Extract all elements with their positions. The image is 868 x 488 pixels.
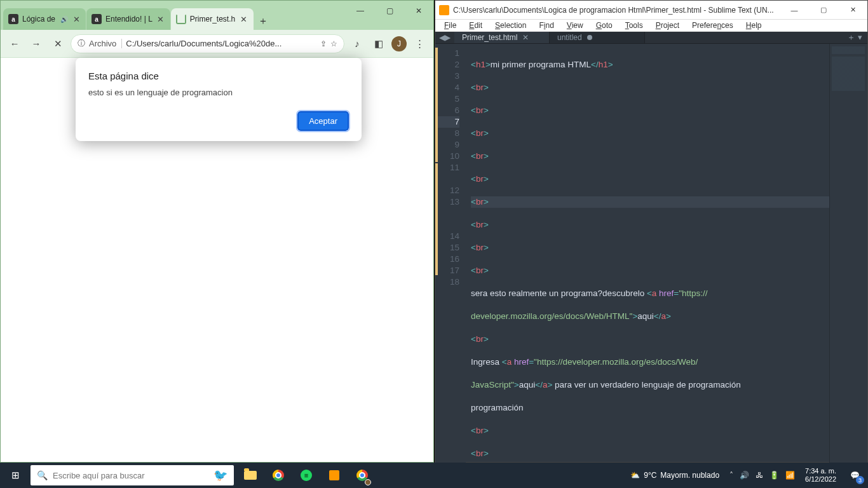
- profile-avatar[interactable]: J: [391, 36, 407, 51]
- tab-history-buttons[interactable]: ◀▶: [435, 32, 454, 43]
- chrome-tab-3[interactable]: Primer_test.h ✕: [171, 8, 254, 30]
- accept-button[interactable]: Aceptar: [297, 111, 349, 131]
- minimize-button[interactable]: —: [346, 1, 375, 21]
- windows-taskbar: ⊞ 🔍 🐦 ≡ ⛅ 9°C Mayorm. nublado ˄ 🔊 🖧 🔋 📶 …: [0, 463, 868, 488]
- taskbar-weather[interactable]: ⛅ 9°C Mayorm. nublado: [630, 471, 719, 480]
- url-scheme: Archivo: [89, 39, 122, 48]
- weather-temp: 9°C: [644, 471, 656, 480]
- tab-label: Primer_test.html: [462, 33, 517, 42]
- tab-title: Primer_test.h: [190, 15, 236, 24]
- start-button[interactable]: ⊞: [0, 463, 31, 488]
- editor-tab-primer[interactable]: Primer_test.html ✕: [454, 32, 550, 43]
- code-text: para ver un verdadero lenguaje de progra…: [552, 380, 740, 390]
- code-text: aqui: [519, 380, 536, 390]
- forward-button[interactable]: →: [27, 35, 45, 53]
- search-icon: 🔍: [37, 470, 48, 480]
- code-text: Ingresa: [471, 357, 502, 367]
- menu-view[interactable]: View: [562, 20, 588, 31]
- close-icon[interactable]: ✕: [522, 33, 529, 42]
- tab-label: untitled: [557, 33, 582, 42]
- spotify-icon: ≡: [301, 470, 312, 481]
- task-chrome-profile[interactable]: [348, 463, 376, 488]
- close-icon[interactable]: ✕: [240, 15, 248, 24]
- task-chrome[interactable]: [264, 463, 292, 488]
- chrome-icon: [273, 470, 284, 481]
- chrome-viewport: Esta página dice esto si es un lenguaje …: [1, 58, 433, 462]
- unsaved-dot-icon: [587, 35, 592, 40]
- share-icon[interactable]: ⇪: [320, 39, 327, 48]
- close-icon[interactable]: ✕: [72, 15, 81, 24]
- maximize-button[interactable]: ▢: [809, 1, 838, 20]
- system-tray: ˄ 🔊 🖧 🔋 📶: [724, 471, 800, 480]
- menu-file[interactable]: File: [439, 20, 461, 31]
- tab-overflow-button[interactable]: ＋ ▾: [842, 32, 867, 43]
- minimap-preview: [832, 46, 865, 91]
- menu-tools[interactable]: Tools: [620, 20, 648, 31]
- favicon-icon: a: [8, 14, 18, 24]
- weather-text: Mayorm. nublado: [660, 471, 719, 480]
- site-info-icon[interactable]: ⓘ: [78, 38, 85, 49]
- sublime-titlebar[interactable]: C:\Users\carlu\Documents\Logica de progr…: [435, 1, 867, 20]
- weather-icon: ⛅: [630, 471, 640, 480]
- code-text: aqui: [637, 311, 654, 321]
- minimize-button[interactable]: —: [780, 1, 809, 20]
- close-button[interactable]: ✕: [838, 1, 867, 20]
- sublime-editor[interactable]: 123456 7891011 1213 1415161718 <h1>mi pr…: [435, 44, 867, 488]
- tab-title: Entendido! | L: [105, 15, 153, 24]
- chrome-menu-icon[interactable]: ⋮: [410, 35, 428, 53]
- editor-tab-untitled[interactable]: untitled: [550, 32, 645, 43]
- taskbar-clock[interactable]: 7:34 a. m. 6/12/2022: [800, 467, 841, 484]
- menu-help[interactable]: Help: [741, 20, 767, 31]
- sublime-tabbar: ◀▶ Primer_test.html ✕ untitled ＋ ▾: [435, 32, 867, 44]
- tray-battery-icon[interactable]: 🔋: [770, 471, 779, 480]
- tray-wifi-icon[interactable]: 📶: [785, 471, 795, 480]
- sublime-icon: [329, 470, 339, 480]
- chrome-toolbar: ← → ✕ ⓘ Archivo C:/Users/carlu/Documents…: [1, 30, 433, 58]
- code-area[interactable]: <h1>mi primer programa HTML</h1> <br> <b…: [466, 44, 829, 488]
- line-gutter[interactable]: 123456 7891011 1213 1415161718: [435, 44, 466, 488]
- loading-icon: [176, 14, 186, 24]
- taskbar-search[interactable]: 🔍 🐦: [31, 465, 234, 485]
- dialog-message: esto si es un lenguaje de programacion: [88, 88, 349, 97]
- task-explorer[interactable]: [236, 463, 264, 488]
- chrome-window: a Lógica de 🔊 ✕ a Entendido! | L ✕ Prime…: [0, 0, 434, 463]
- sublime-window: C:\Users\carlu\Documents\Logica de progr…: [435, 0, 868, 463]
- dialog-title: Esta página dice: [88, 71, 349, 81]
- bookmark-icon[interactable]: ☆: [330, 39, 337, 48]
- chrome-titlebar: a Lógica de 🔊 ✕ a Entendido! | L ✕ Prime…: [1, 1, 433, 30]
- url-text: C:/Users/carlu/Documents/Logica%20de...: [126, 39, 316, 48]
- menu-goto[interactable]: Goto: [591, 20, 618, 31]
- audio-icon[interactable]: 🔊: [60, 16, 68, 23]
- menu-find[interactable]: Find: [534, 20, 559, 31]
- menu-project[interactable]: Project: [651, 20, 684, 31]
- action-center-button[interactable]: 💬 3: [841, 463, 868, 488]
- fold-gutter: [435, 44, 439, 488]
- extensions-icon[interactable]: ♪: [348, 35, 366, 53]
- task-spotify[interactable]: ≡: [292, 463, 320, 488]
- close-button[interactable]: ✕: [404, 1, 433, 21]
- tray-network-icon[interactable]: 🖧: [756, 471, 763, 480]
- tray-volume-icon[interactable]: 🔊: [740, 471, 749, 480]
- tray-chevron-icon[interactable]: ˄: [729, 471, 733, 480]
- search-decoration-icon: 🐦: [214, 468, 227, 482]
- sublime-logo-icon: [439, 5, 449, 15]
- search-input[interactable]: [53, 471, 208, 480]
- menu-edit[interactable]: Edit: [464, 20, 487, 31]
- stop-button[interactable]: ✕: [49, 35, 67, 53]
- new-tab-button[interactable]: ＋: [254, 12, 272, 30]
- sidepanel-icon[interactable]: ◧: [370, 35, 388, 53]
- js-alert-dialog: Esta página dice esto si es un lenguaje …: [76, 58, 362, 141]
- back-button[interactable]: ←: [6, 35, 24, 53]
- maximize-button[interactable]: ▢: [375, 1, 404, 21]
- chrome-tab-1[interactable]: a Lógica de 🔊 ✕: [3, 8, 86, 30]
- url-bar[interactable]: ⓘ Archivo C:/Users/carlu/Documents/Logic…: [71, 34, 344, 53]
- close-icon[interactable]: ✕: [156, 15, 165, 24]
- minimap[interactable]: [829, 44, 867, 488]
- menu-preferences[interactable]: Preferences: [687, 20, 738, 31]
- task-sublime[interactable]: [320, 463, 348, 488]
- tab-title: Lógica de: [22, 15, 57, 24]
- clock-date: 6/12/2022: [805, 475, 836, 484]
- chrome-tab-2[interactable]: a Entendido! | L ✕: [86, 8, 170, 30]
- chrome-window-controls: — ▢ ✕: [346, 1, 433, 21]
- menu-selection[interactable]: Selection: [490, 20, 531, 31]
